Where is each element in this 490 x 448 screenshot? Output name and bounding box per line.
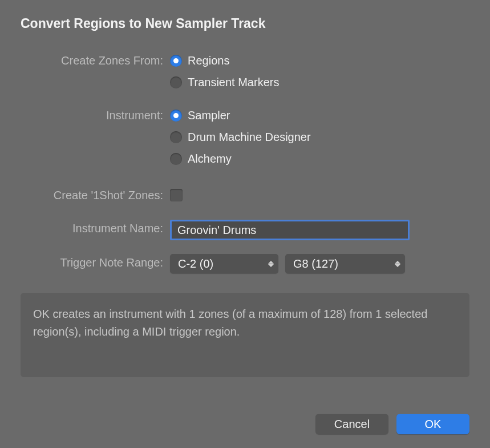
chevron-up-icon: [268, 261, 274, 264]
instrument-name-label: Instrument Name:: [21, 220, 170, 237]
trigger-range-row: Trigger Note Range: C-2 (0) G8 (127): [21, 254, 469, 273]
instrument-option-drum-machine[interactable]: Drum Machine Designer: [170, 128, 469, 146]
radio-selected-icon: [170, 110, 182, 122]
instrument-controls: Sampler Drum Machine Designer Alchemy: [170, 107, 469, 167]
oneshot-controls: [170, 187, 469, 201]
trigger-range-selects: C-2 (0) G8 (127): [170, 254, 469, 273]
instrument-label: Instrument:: [21, 107, 170, 124]
chevron-up-icon: [395, 261, 400, 264]
instrument-name-row: Instrument Name:: [21, 220, 469, 240]
info-box: OK creates an instrument with 1 zones (o…: [21, 293, 469, 377]
create-zones-controls: Regions Transient Markers: [170, 52, 469, 91]
radio-label: Drum Machine Designer: [188, 131, 311, 144]
trigger-range-label: Trigger Note Range:: [21, 254, 170, 271]
radio-unselected-icon: [170, 153, 182, 165]
chevron-down-icon: [395, 264, 400, 267]
instrument-row: Instrument: Sampler Drum Machine Designe…: [21, 107, 469, 167]
radio-label: Sampler: [188, 109, 230, 122]
instrument-option-alchemy[interactable]: Alchemy: [170, 150, 469, 167]
dialog-footer: Cancel OK: [21, 403, 469, 434]
radio-label: Alchemy: [188, 152, 232, 166]
instrument-name-controls: [170, 220, 469, 240]
create-zones-option-transient[interactable]: Transient Markers: [170, 74, 469, 91]
trigger-range-controls: C-2 (0) G8 (127): [170, 254, 469, 273]
chevron-down-icon: [268, 264, 274, 267]
radio-unselected-icon: [170, 131, 182, 143]
trigger-range-high-value: G8 (127): [293, 257, 338, 271]
trigger-range-low-select[interactable]: C-2 (0): [170, 254, 278, 273]
stepper-icon: [395, 261, 400, 267]
oneshot-checkbox[interactable]: [170, 189, 183, 201]
ok-button[interactable]: OK: [396, 414, 469, 434]
dialog-title: Convert Regions to New Sampler Track: [21, 16, 469, 31]
cancel-button[interactable]: Cancel: [315, 414, 388, 434]
oneshot-row: Create '1Shot' Zones:: [21, 187, 469, 204]
create-zones-row: Create Zones From: Regions Transient Mar…: [21, 52, 469, 91]
dialog-form: Create Zones From: Regions Transient Mar…: [21, 52, 469, 377]
stepper-icon: [268, 261, 274, 267]
instrument-option-sampler[interactable]: Sampler: [170, 107, 469, 124]
radio-label: Regions: [188, 54, 229, 67]
oneshot-label: Create '1Shot' Zones:: [21, 187, 170, 204]
radio-selected-icon: [170, 55, 182, 67]
instrument-name-input[interactable]: [170, 220, 410, 240]
radio-unselected-icon: [170, 76, 182, 88]
create-zones-label: Create Zones From:: [21, 52, 170, 69]
create-zones-option-regions[interactable]: Regions: [170, 52, 469, 69]
trigger-range-low-value: C-2 (0): [178, 257, 213, 271]
convert-regions-dialog: Convert Regions to New Sampler Track Cre…: [0, 0, 490, 448]
radio-label: Transient Markers: [188, 76, 279, 89]
trigger-range-high-select[interactable]: G8 (127): [285, 254, 405, 273]
